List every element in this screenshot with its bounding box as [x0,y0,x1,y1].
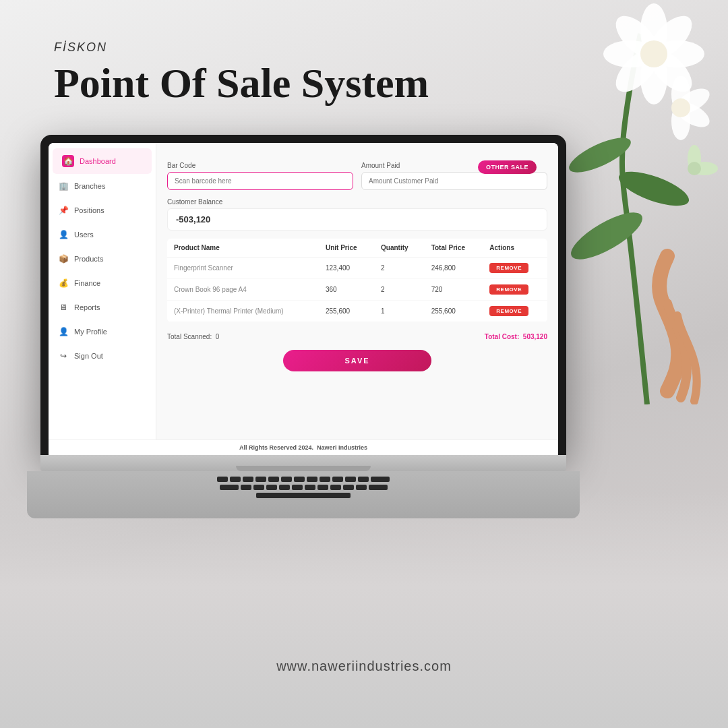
products-table: Product Name Unit Price Quantity Total P… [167,239,547,322]
sidebar-item-products[interactable]: 📦 Products [49,247,156,271]
key [317,485,328,490]
product-name-cell: (X-Printer) Thermal Printer (Medium) [167,301,319,322]
key [279,485,290,490]
sidebar-label-reports: Reports [74,303,100,311]
laptop: 🏠 Dashboard 🏢 Branches 📌 Positions 👤 Use… [40,135,566,518]
product-name-cell: Crown Book 96 page A4 [167,279,319,301]
key [294,477,305,482]
balance-value: -503,120 [167,208,547,231]
key [369,485,388,490]
sidebar-item-branches[interactable]: 🏢 Branches [49,174,156,198]
svg-point-19 [688,162,701,175]
balance-section: Customer Balance -503,120 [167,198,547,231]
key [371,477,390,482]
actions-cell: REMOVE [483,257,547,279]
balance-label: Customer Balance [167,198,547,206]
total-price-cell: 246,800 [425,257,483,279]
key [281,477,292,482]
sidebar-item-users[interactable]: 👤 Users [49,222,156,247]
main-content: OTHER SALE Bar Code Amount Paid [156,143,558,439]
spacebar [256,493,351,498]
pos-app: 🏠 Dashboard 🏢 Branches 📌 Positions 👤 Use… [49,143,558,439]
table-footer: Total Scanned: 0 Total Cost: 503,120 [167,330,547,343]
col-unit-price: Unit Price [319,239,374,257]
save-button[interactable]: SAVE [283,350,431,371]
sidebar: 🏠 Dashboard 🏢 Branches 📌 Positions 👤 Use… [49,143,156,439]
tagline: Point Of Sale System [54,60,429,106]
laptop-screen: 🏠 Dashboard 🏢 Branches 📌 Positions 👤 Use… [49,143,558,455]
sidebar-label-products: Products [74,255,103,263]
laptop-screen-frame: 🏠 Dashboard 🏢 Branches 📌 Positions 👤 Use… [40,135,566,455]
laptop-keyboard [27,471,580,518]
sidebar-label-myprofile: My Profile [74,328,107,336]
barcode-label: Bar Code [167,162,353,169]
key [358,477,369,482]
total-scanned: Total Scanned: 0 [167,333,219,340]
svg-point-11 [640,40,667,67]
sidebar-item-dashboard[interactable]: 🏠 Dashboard [53,148,152,174]
sidebar-label-finance: Finance [74,279,100,287]
unit-price-cell: 255,600 [319,301,374,322]
branding-area: FİSKON Point Of Sale System [54,40,429,106]
unit-price-cell: 123,400 [319,257,374,279]
unit-price-cell: 360 [319,279,374,301]
barcode-input[interactable] [167,172,353,190]
col-actions: Actions [483,239,547,257]
total-price-cell: 255,600 [425,301,483,322]
desk-surface [0,492,728,728]
company-name: FİSKON [54,40,429,55]
reports-icon: 🖥 [58,302,69,313]
website-url: www.naweriindustries.com [276,659,452,674]
remove-button-2[interactable]: REMOVE [489,306,528,316]
positions-icon: 📌 [58,205,69,216]
actions-cell: REMOVE [483,279,547,301]
app-footer: All Rights Reserved 2024. Naweri Industr… [49,439,558,455]
table-row: Fingerprint Scanner 123,400 2 246,800 RE… [167,257,547,279]
remove-button-1[interactable]: REMOVE [489,284,528,295]
quantity-cell: 1 [374,301,425,322]
sidebar-item-finance[interactable]: 💰 Finance [49,271,156,295]
keyboard-keys [27,471,580,504]
key [307,477,317,482]
key [292,485,303,490]
key [343,485,354,490]
col-product-name: Product Name [167,239,319,257]
sidebar-item-signout[interactable]: ↪ Sign Out [49,344,156,368]
col-quantity: Quantity [374,239,425,257]
quantity-cell: 2 [374,279,425,301]
sidebar-item-myprofile[interactable]: 👤 My Profile [49,320,156,344]
other-sale-button[interactable]: OTHER SALE [478,160,537,174]
key [268,477,279,482]
products-icon: 📦 [58,253,69,264]
key [356,485,367,490]
key [266,485,277,490]
key [217,477,228,482]
sidebar-label-positions: Positions [74,206,104,214]
key [253,485,264,490]
sidebar-label-dashboard: Dashboard [80,157,116,165]
finance-icon: 💰 [58,278,69,289]
total-price-cell: 720 [425,279,483,301]
sidebar-item-positions[interactable]: 📌 Positions [49,198,156,222]
key [241,485,251,490]
key [230,477,241,482]
users-icon: 👤 [58,229,69,240]
key [320,477,330,482]
sidebar-item-reports[interactable]: 🖥 Reports [49,295,156,320]
signout-icon: ↪ [58,351,69,361]
actions-cell: REMOVE [483,301,547,322]
sidebar-label-users: Users [74,231,94,239]
key [330,485,341,490]
table-row: Crown Book 96 page A4 360 2 720 REMOVE [167,279,547,301]
sidebar-label-branches: Branches [74,182,105,190]
table-row: (X-Printer) Thermal Printer (Medium) 255… [167,301,547,322]
remove-button-0[interactable]: REMOVE [489,263,528,273]
key [220,485,239,490]
key [345,477,356,482]
amount-input[interactable] [361,172,547,190]
key [243,477,253,482]
barcode-group: Bar Code [167,162,353,190]
branches-icon: 🏢 [58,181,69,191]
svg-point-16 [671,98,690,117]
quantity-cell: 2 [374,257,425,279]
